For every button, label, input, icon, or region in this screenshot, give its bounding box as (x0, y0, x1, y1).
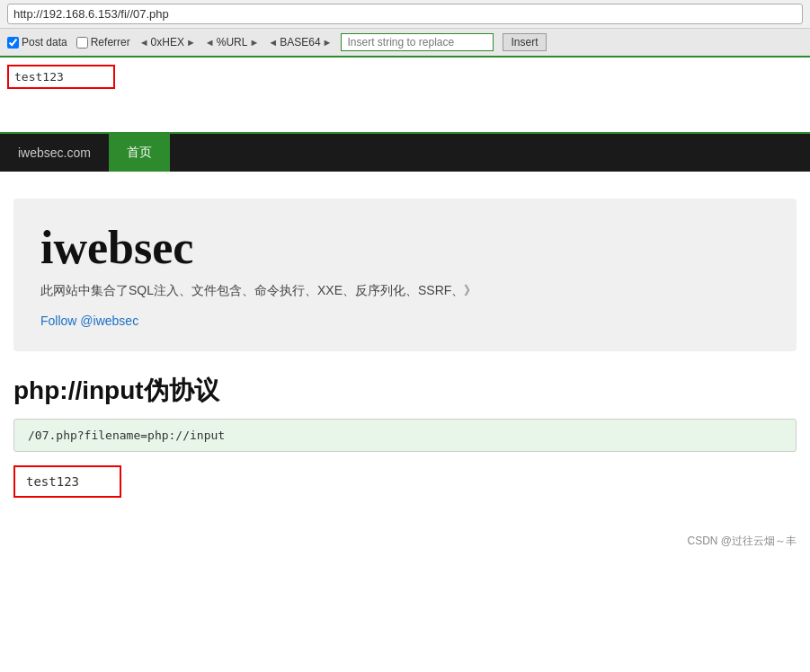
hero-follow-link[interactable]: Follow @iwebsec (40, 314, 138, 328)
post-data-empty-space (7, 89, 803, 125)
arrow-left-icon: ◄ (139, 37, 149, 48)
insert-button[interactable]: Insert (503, 33, 546, 51)
post-data-checkbox-label[interactable]: Post data (7, 36, 67, 49)
tool-toolbar: Post data Referrer ◄ 0xHEX ► ◄ %URL ► ◄ … (0, 29, 810, 57)
page-section: php://input伪协议 /07.php?filename=php://in… (0, 360, 810, 525)
base64-label: BASE64 (280, 36, 320, 49)
post-data-area (0, 57, 810, 134)
result-box: test123 (13, 465, 121, 498)
url-label: %URL (217, 36, 248, 49)
arrow-right-icon2: ► (249, 37, 259, 48)
post-data-label: Post data (22, 36, 67, 49)
hero-title: iwebsec (40, 221, 770, 274)
post-data-input[interactable] (7, 65, 115, 89)
nav-logo: iwebsec.com (0, 134, 109, 172)
code-box: /07.php?filename=php://input (13, 419, 797, 452)
hero-section: iwebsec 此网站中集合了SQL注入、文件包含、命令执行、XXE、反序列化、… (13, 199, 797, 351)
nav-item-home[interactable]: 首页 (109, 134, 170, 172)
url-bar[interactable] (7, 4, 803, 24)
main-content: iwebsec 此网站中集合了SQL注入、文件包含、命令执行、XXE、反序列化、… (0, 172, 810, 576)
arrow-left-icon2: ◄ (205, 37, 215, 48)
hex-label: 0xHEX (151, 36, 184, 49)
hex-encode-btn[interactable]: ◄ 0xHEX ► (139, 36, 196, 49)
base64-encode-btn[interactable]: ◄ BASE64 ► (268, 36, 332, 49)
arrow-left-icon3: ◄ (268, 37, 278, 48)
footer-note: CSDN @过往云烟～丰 (0, 525, 810, 558)
browser-toolbar (0, 0, 810, 29)
referrer-checkbox[interactable] (76, 37, 88, 49)
arrow-right-icon3: ► (323, 37, 333, 48)
post-data-checkbox[interactable] (7, 37, 19, 49)
referrer-checkbox-label[interactable]: Referrer (76, 36, 130, 49)
referrer-label: Referrer (91, 36, 130, 49)
insert-string-input[interactable] (341, 33, 494, 51)
hero-subtitle: 此网站中集合了SQL注入、文件包含、命令执行、XXE、反序列化、SSRF、》 (40, 283, 770, 299)
url-encode-btn[interactable]: ◄ %URL ► (205, 36, 259, 49)
nav-bar: iwebsec.com 首页 (0, 134, 810, 172)
arrow-right-icon: ► (186, 37, 196, 48)
section-title: php://input伪协议 (13, 374, 797, 408)
